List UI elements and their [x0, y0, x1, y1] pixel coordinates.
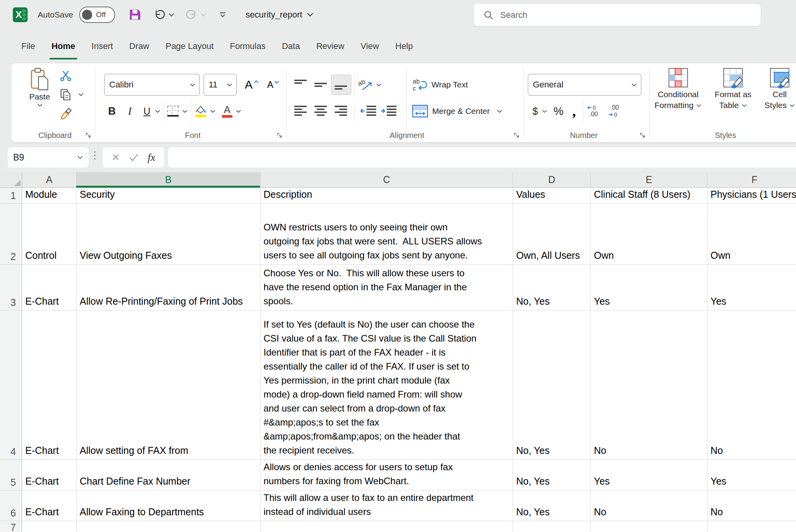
cell-F6[interactable]: No	[707, 490, 796, 521]
align-center-button[interactable]	[311, 101, 331, 121]
cancel-button[interactable]: ✕	[112, 152, 120, 164]
excel-app-icon[interactable]: X	[13, 7, 28, 22]
cell-F7[interactable]	[707, 521, 796, 532]
conditional-formatting-button[interactable]: Conditional Formatting	[655, 66, 702, 111]
row-header-3[interactable]: 3	[0, 265, 22, 310]
cell-B1[interactable]: Security	[77, 188, 260, 204]
undo-button[interactable]	[153, 9, 166, 21]
align-top-button[interactable]	[291, 75, 311, 95]
cell-F1[interactable]: Physicians (1 Users)	[707, 188, 796, 204]
cell-D7[interactable]	[513, 521, 591, 532]
align-left-button[interactable]	[291, 101, 311, 121]
comma-style-button[interactable]: ,	[568, 107, 580, 115]
bold-button[interactable]: B	[104, 105, 120, 117]
fill-color-button[interactable]	[194, 105, 207, 117]
grow-font-button[interactable]: A	[242, 78, 262, 91]
font-color-button[interactable]: A	[222, 105, 232, 118]
redo-dropdown[interactable]	[201, 13, 207, 17]
number-format-combobox[interactable]: General	[528, 74, 641, 96]
column-header-b[interactable]: B	[77, 172, 260, 188]
cell-E3[interactable]: Yes	[591, 265, 707, 310]
tab-file[interactable]: File	[13, 29, 43, 63]
cell-E5[interactable]: Yes	[591, 460, 707, 490]
align-bottom-button[interactable]	[331, 75, 351, 95]
cell-B3[interactable]: Allow Re-Printing/Faxing of Print Jobs	[77, 265, 260, 310]
tab-view[interactable]: View	[353, 29, 387, 63]
select-all-corner[interactable]	[0, 172, 22, 188]
cell-B5[interactable]: Chart Define Fax Number	[77, 460, 260, 490]
cell-C1[interactable]: Description	[260, 188, 513, 204]
cell-C4[interactable]: If set to Yes (default is No) the user c…	[260, 310, 513, 460]
increase-decimal-button[interactable]: 0 .00	[587, 104, 604, 118]
cell-D1[interactable]: Values	[513, 188, 591, 204]
cell-C2[interactable]: OWN restricts users to only seeing their…	[260, 204, 513, 265]
cell-D6[interactable]: No, Yes	[513, 490, 591, 521]
font-size-combobox[interactable]: 11	[204, 74, 237, 96]
copy-dropdown[interactable]	[78, 93, 84, 96]
autosave-toggle[interactable]: Off	[79, 7, 115, 23]
font-name-combobox[interactable]: Calibri	[104, 74, 200, 96]
increase-indent-button[interactable]	[378, 101, 398, 121]
tab-data[interactable]: Data	[274, 29, 308, 63]
cell-C7[interactable]	[260, 521, 513, 532]
cell-C3[interactable]: Choose Yes or No. This will allow these …	[260, 265, 513, 310]
cell-A2[interactable]: Control	[22, 204, 77, 265]
font-dialog-launcher[interactable]	[276, 132, 283, 139]
row-header-2[interactable]: 2	[0, 204, 22, 265]
undo-dropdown[interactable]	[168, 13, 175, 17]
cell-D3[interactable]: No, Yes	[513, 265, 591, 310]
cell-C6[interactable]: This will allow a user to fax to an enti…	[260, 490, 513, 521]
quick-access-customize-button[interactable]	[218, 11, 227, 18]
row-header-1[interactable]: 1	[0, 188, 22, 204]
fill-color-dropdown[interactable]	[210, 110, 216, 113]
column-header-f[interactable]: F	[707, 172, 796, 188]
cell-B7[interactable]	[77, 521, 260, 532]
row-header-6[interactable]: 6	[0, 490, 22, 521]
cell-F5[interactable]: Yes	[707, 460, 796, 490]
row-header-7[interactable]: 7	[0, 521, 22, 532]
cell-F2[interactable]: Own	[707, 204, 796, 265]
merge-center-button[interactable]: Merge & Center	[412, 105, 490, 118]
cell-D4[interactable]: No, Yes	[513, 310, 591, 460]
tab-formulas[interactable]: Formulas	[222, 29, 274, 63]
column-header-a[interactable]: A	[22, 172, 77, 188]
tab-review[interactable]: Review	[308, 29, 353, 63]
cell-B4[interactable]: Allow setting of FAX from	[77, 310, 260, 460]
number-dialog-launcher[interactable]	[639, 132, 646, 139]
cell-B6[interactable]: Allow Faxing to Departments	[77, 490, 260, 521]
cell-styles-button[interactable]: Cell Styles	[765, 66, 795, 111]
cut-button[interactable]	[57, 68, 74, 84]
cell-C5[interactable]: Allows or denies access for users to set…	[260, 460, 513, 490]
cell-A7[interactable]	[22, 521, 77, 532]
underline-dropdown[interactable]	[155, 110, 161, 113]
formula-bar-splitter[interactable]	[94, 151, 96, 160]
orientation-button[interactable]: ab	[358, 78, 374, 91]
cell-E1[interactable]: Clinical Staff (8 Users)	[591, 188, 707, 204]
cell-A1[interactable]: Module	[22, 188, 77, 204]
cell-E6[interactable]: No	[591, 490, 707, 521]
borders-button[interactable]	[167, 106, 179, 117]
paste-button[interactable]: Paste	[23, 67, 56, 107]
orientation-dropdown[interactable]	[376, 83, 382, 87]
cell-E4[interactable]: No	[591, 310, 707, 460]
row-header-5[interactable]: 5	[0, 460, 22, 490]
cell-A4[interactable]: E-Chart	[22, 310, 77, 460]
workbook-title-dropdown[interactable]	[307, 12, 314, 17]
merge-center-dropdown[interactable]	[497, 110, 503, 113]
row-header-4[interactable]: 4	[0, 310, 22, 460]
decrease-decimal-button[interactable]: .00 0	[607, 104, 625, 118]
enter-button[interactable]	[129, 153, 139, 162]
accounting-format-dropdown[interactable]	[542, 110, 547, 113]
decrease-indent-button[interactable]	[358, 101, 378, 121]
shrink-font-button[interactable]: A	[264, 79, 282, 90]
percent-style-button[interactable]: %	[550, 105, 567, 118]
formula-input[interactable]	[168, 147, 796, 167]
wrap-text-button[interactable]: ab c Wrap Text	[412, 78, 468, 92]
column-header-d[interactable]: D	[513, 172, 591, 188]
cell-A5[interactable]: E-Chart	[22, 460, 77, 490]
alignment-dialog-launcher[interactable]	[513, 132, 520, 139]
accounting-format-button[interactable]: $	[529, 106, 541, 117]
cell-F4[interactable]: No	[707, 310, 796, 460]
format-painter-button[interactable]	[57, 105, 74, 121]
cell-B2[interactable]: View Outgoing Faxes	[77, 204, 260, 265]
